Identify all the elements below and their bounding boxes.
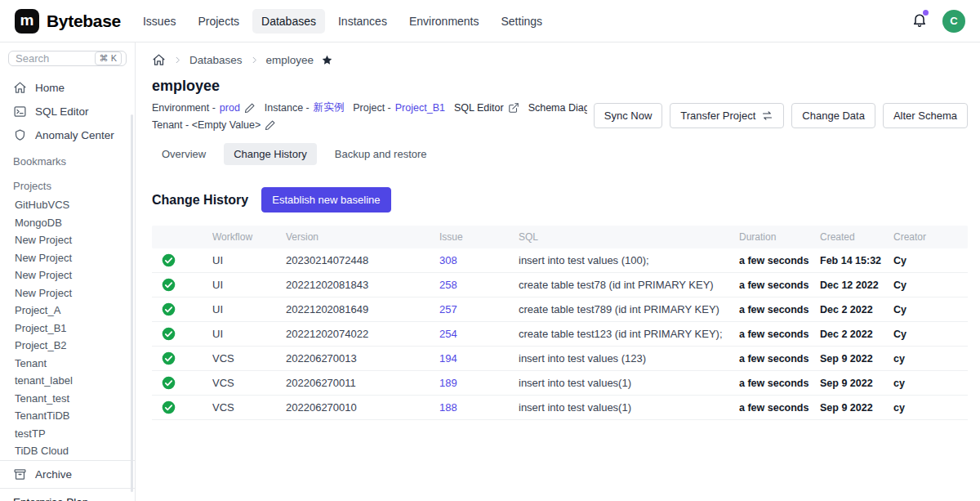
issue-link[interactable]: 188 [439,401,457,414]
sidebar-project-item[interactable]: Tenant [0,355,135,373]
sidebar-project-item[interactable]: New Project [0,249,135,267]
sidebar-scrollbar[interactable] [131,114,133,492]
sidebar-project-item[interactable]: GitHubVCS [0,196,135,214]
nav-item-environments[interactable]: Environments [400,9,488,34]
sidebar-project-item[interactable]: testTP [0,425,135,443]
sidebar-project-item[interactable]: Tenant_test [0,390,135,408]
cell-created: Dec 2 2022 [820,304,893,315]
cell-duration: a few seconds [739,255,820,266]
brand[interactable]: m Bytebase [15,9,121,34]
nav-item-settings[interactable]: Settings [492,9,552,34]
establish-baseline-button[interactable]: Establish new baseline [261,187,390,212]
top-navbar: m Bytebase IssuesProjectsDatabasesInstan… [0,0,980,42]
sidebar-project-item[interactable]: Project_B1 [0,320,135,338]
transfer-project-button[interactable]: Transfer Project [670,103,784,128]
sidebar-item-anomaly-center[interactable]: Anomaly Center [0,123,135,147]
cell-issue: 254 [439,328,519,340]
button-label: Transfer Project [680,110,755,122]
history-row: UI20221202081843258create table test78 (… [152,273,968,297]
sidebar-project-item[interactable]: Project_B2 [0,337,135,355]
issue-link[interactable]: 258 [439,279,457,291]
notifications-button[interactable] [911,11,928,30]
tab-change-history[interactable]: Change History [224,143,317,165]
sidebar-project-item[interactable]: Project_A [0,302,135,320]
cell-sql: insert into test values(1) [519,377,739,389]
sidebar-item-archive[interactable]: Archive [0,460,135,488]
check-circle-icon [162,327,176,341]
cell-issue: 257 [439,303,519,315]
sidebar-project-item[interactable]: New Project [0,231,135,249]
meta-action-schema-diagram[interactable]: Schema Diagram [528,102,587,114]
col-created: Created [820,231,893,243]
sidebar-project-item[interactable]: New Project [0,266,135,284]
change-data-button[interactable]: Change Data [791,103,875,128]
col-duration: Duration [739,231,820,243]
avatar[interactable]: C [942,10,965,33]
main-nav: IssuesProjectsDatabasesInstancesEnvironm… [134,9,551,34]
check-circle-icon [162,351,176,365]
col-issue: Issue [439,231,519,243]
sql-editor-icon [13,105,27,119]
cell-sql: insert into test values (123) [519,352,739,365]
sidebar-project-item[interactable]: MongoDB [0,214,135,232]
meta-link-project-b1[interactable]: Project_B1 [395,102,445,114]
issue-link[interactable]: 194 [439,352,457,365]
meta-segment: Environment - prod [152,102,256,114]
alter-schema-button[interactable]: Alter Schema [883,103,968,128]
breadcrumb-employee[interactable]: employee [266,54,314,66]
sidebar-project-item[interactable]: New Project [0,284,135,302]
cell-issue: 308 [439,254,519,266]
cell-workflow: UI [212,303,286,315]
sidebar-project-item[interactable]: TenantTiDB [0,407,135,425]
chevron-right-icon [173,56,182,65]
pencil-icon[interactable] [265,119,276,131]
cell-version: 20221202074022 [286,328,439,340]
col-version: Version [286,231,439,243]
change-history-section-head: Change History Establish new baseline [152,187,968,212]
sidebar-project-item[interactable]: TiDB Cloud [0,442,135,460]
sidebar: ⌘ K HomeSQL EditorAnomaly Center Bookmar… [0,42,136,501]
cell-sql: create table test123 (id int PRIMARY KEY… [519,328,739,340]
issue-link[interactable]: 254 [439,328,457,340]
cell-creator: Cy [893,255,968,266]
sidebar-item-sql-editor[interactable]: SQL Editor [0,100,135,123]
cell-version: 202206270013 [286,352,439,365]
search-box[interactable]: ⌘ K [8,51,127,66]
meta-link-prod[interactable]: prod [220,102,240,114]
tab-overview[interactable]: Overview [152,143,216,165]
star-icon[interactable] [321,54,333,66]
sync-now-button[interactable]: Sync Now [594,103,663,128]
sidebar-project-item[interactable]: tenant_label [0,372,135,390]
cell-duration: a few seconds [739,378,820,389]
issue-link[interactable]: 189 [439,377,457,389]
sidebar-item-home[interactable]: Home [0,76,135,100]
check-circle-icon [162,376,176,390]
breadcrumb-databases[interactable]: Databases [189,54,243,66]
plan-label: Enterprise Plan [0,488,135,501]
nav-item-issues[interactable]: Issues [134,9,185,34]
cell-creator: Cy [893,304,968,315]
cell-workflow: UI [212,328,286,340]
nav-item-projects[interactable]: Projects [189,9,248,34]
nav-item-databases[interactable]: Databases [252,9,325,34]
external-link-icon [508,102,519,114]
check-circle-icon [162,302,176,316]
issue-link[interactable]: 308 [439,254,457,266]
meta-action-sql-editor[interactable]: SQL Editor [454,102,504,114]
row-status [152,302,212,316]
app-root: m Bytebase IssuesProjectsDatabasesInstan… [0,0,980,501]
cell-issue: 188 [439,401,519,414]
sidebar-top-items: HomeSQL EditorAnomaly Center [0,76,135,147]
history-row: UI20230214072448308insert into test valu… [152,248,968,273]
cell-sql: insert into test values (100); [519,254,739,266]
meta-link--[interactable]: 新实例 [314,101,345,114]
cell-version: 20230214072448 [286,254,439,266]
home-icon [13,81,27,95]
search-input[interactable] [16,52,91,65]
tab-backup-and-restore[interactable]: Backup and restore [325,143,437,165]
meta-segment: Instance - 新实例 [265,101,344,114]
row-status [152,253,212,267]
home-icon[interactable] [152,53,166,67]
nav-item-instances[interactable]: Instances [329,9,396,34]
issue-link[interactable]: 257 [439,303,457,315]
